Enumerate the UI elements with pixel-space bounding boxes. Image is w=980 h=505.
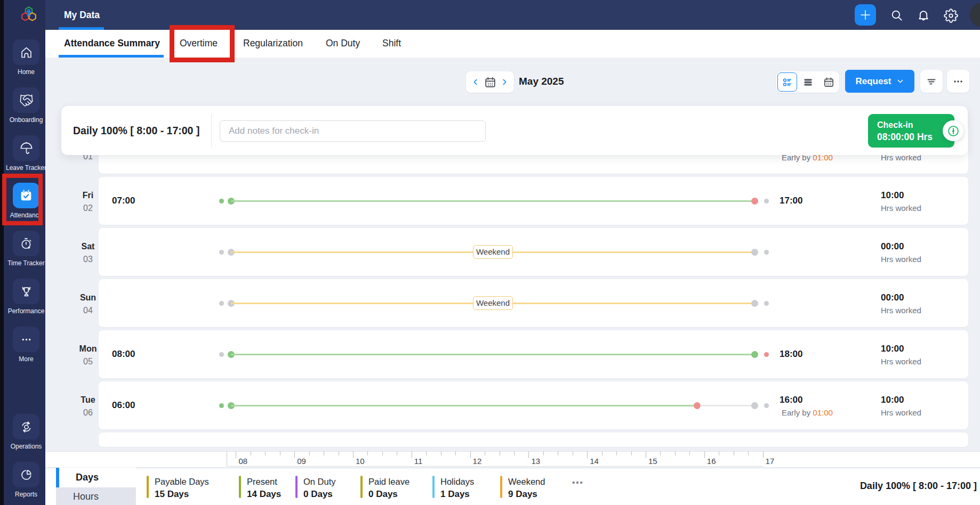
view-list-detail-button[interactable] [777,72,797,92]
row-05-day: Mon 05 [64,343,112,368]
attendance-row-07-partial[interactable] [99,433,968,447]
stat-color-bar [295,476,298,498]
ruler-major-tick [587,451,588,458]
ruler-minor-tick [616,451,617,455]
annotation-box-overtime-tab [170,25,235,62]
ruler-hour-label: 10 [356,457,365,466]
ruler-hour-label: 09 [297,457,306,466]
settings-button[interactable] [944,9,958,22]
sidebar-item-performance[interactable]: Performance [4,279,45,321]
ruler-minor-tick [602,451,603,455]
calendar-icon[interactable] [484,76,497,89]
ruler-major-tick [704,451,705,458]
row-02-checkout-time: 17:00 [780,194,802,207]
sidebar-item-onboarding[interactable]: Onboarding [4,87,45,130]
summary-tab-hours[interactable]: Hours [56,487,136,505]
sidebar-item-time-tracker[interactable]: Time Tracker [4,231,45,273]
bell-icon [917,9,930,22]
ruler-minor-tick [689,451,690,455]
rows-icon [802,76,814,88]
row-03-hours-worked: 00:00 [881,240,904,253]
sync-gear-icon [13,414,39,439]
ruler-major-tick [470,451,471,458]
ruler-minor-tick [500,451,500,455]
ruler-major-tick [236,451,236,458]
row-04-after-marker [764,301,769,306]
zoho-people-logo-icon[interactable] [19,6,39,24]
request-button[interactable]: Request [845,70,914,93]
ruler-hour-label: 13 [531,457,540,466]
trophy-icon [13,279,39,304]
plus-icon [858,8,872,22]
date-navigator [466,71,514,93]
tab-shift[interactable]: Shift [382,37,401,49]
time-ruler: 08091011121314151617 [227,451,762,467]
ruler-minor-tick [309,451,310,455]
row-04-before-marker [219,301,224,306]
summary-more-button[interactable]: ••• [572,478,584,487]
filter-lines-icon [925,75,938,88]
ruler-hour-label: 11 [414,457,423,466]
add-button[interactable] [855,4,876,26]
notifications-button[interactable] [917,9,930,22]
row-06-after-marker [764,403,769,408]
tab-attendance-summary[interactable]: Attendance Summary [64,37,160,49]
row-03-after-marker [764,250,769,255]
pie-chart-icon [13,462,39,487]
row-06-checkout-time: 16:00 [780,394,802,406]
toolbar-more-button[interactable] [947,70,969,93]
summary-tab-days[interactable]: Days [56,468,136,487]
ruler-minor-tick [543,451,544,455]
checkin-button[interactable]: Check-in 08:00:00 Hrs [868,114,954,148]
chevron-down-icon [896,77,904,85]
row-05-before-marker [219,352,224,357]
row-02-hours-label: Hrs worked [881,202,921,215]
row-06-day: Tue 06 [64,394,112,419]
row-02-before-marker [219,199,224,203]
row-03-end-dot [751,249,758,256]
ruler-major-tick [412,451,412,458]
filter-button[interactable] [920,70,943,93]
sidebar-item-more[interactable]: More [4,327,45,369]
tab-on-duty[interactable]: On Duty [326,37,360,49]
sidebar-item-operations[interactable]: Operations [4,414,45,457]
home-icon [13,39,39,65]
tab-regularization[interactable]: Regularization [243,37,303,49]
search-button[interactable] [890,9,904,22]
row-04-hours-worked: 00:00 [881,291,904,304]
row-06-worked-line[interactable] [231,405,697,406]
ruler-major-tick [353,451,354,458]
ruler-minor-tick [485,451,485,455]
ruler-minor-tick [367,451,368,455]
stat-color-bar [360,476,363,498]
active-tab-bar [56,468,59,487]
ruler-minor-tick [251,451,251,455]
calendar-icon [823,76,835,88]
stat-color-bar [432,476,435,498]
ruler-hour-label: 17 [766,457,775,466]
row-05-hours-label: Hrs worked [881,355,921,368]
ruler-minor-tick [514,451,515,455]
chevron-left-icon[interactable] [471,78,480,86]
umbrella-icon [13,135,39,161]
ruler-minor-tick [441,451,441,455]
row-02-worked-line[interactable] [231,200,754,202]
view-rows-button[interactable] [798,72,818,92]
row-02-hours-worked: 10:00 [881,189,904,202]
punch-clock-button[interactable] [943,120,963,141]
sidebar-item-leave-tracker[interactable]: Leave Tracker [4,135,45,178]
ruler-major-tick [528,451,529,458]
row-04-hours-label: Hrs worked [881,304,921,317]
sidebar-item-reports[interactable]: Reports [4,462,45,504]
checkin-notes-input[interactable] [220,120,486,142]
view-calendar-button[interactable] [819,72,839,92]
chevron-right-icon[interactable] [500,78,509,86]
stat-color-bar [239,476,241,498]
stopwatch-icon [13,231,39,256]
row-05-checkin-time: 08:00 [112,348,135,361]
sidebar-item-home[interactable]: Home [4,39,45,82]
row-06-shift-end-dot [751,402,758,409]
month-label: May 2025 [519,75,564,88]
row-03-day: Sat 03 [64,240,112,266]
row-05-worked-line[interactable] [231,354,754,355]
